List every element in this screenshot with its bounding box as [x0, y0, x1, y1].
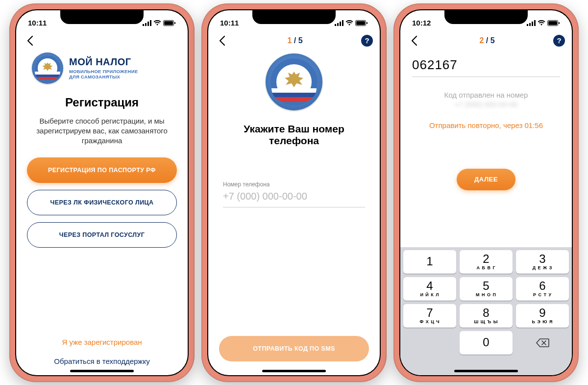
page-subtitle: Выберите способ регистрации, и мы зареги…: [16, 109, 188, 146]
wifi-icon: [345, 20, 353, 26]
svg-rect-1: [145, 23, 147, 26]
svg-rect-12: [356, 21, 365, 25]
register-lk-button[interactable]: ЧЕРЕЗ ЛК ФИЗИЧЕСКОГО ЛИЦА: [27, 190, 177, 215]
register-gosuslugi-button[interactable]: ЧЕРЕЗ ПОРТАЛ ГОСУСЛУГ: [27, 222, 177, 248]
back-button[interactable]: [23, 34, 37, 48]
code-sent-caption: Код отправлен на номер: [400, 91, 572, 99]
svg-rect-13: [367, 22, 368, 24]
step-indicator: 1 / 5: [287, 36, 302, 45]
page-title: Укажите Ваш номер телефона: [208, 123, 380, 147]
step-total: 5: [298, 36, 303, 45]
step-current: 2: [479, 36, 484, 45]
svg-rect-15: [529, 23, 531, 26]
keypad-2[interactable]: 2А Б В Г: [460, 250, 513, 274]
svg-rect-6: [174, 22, 175, 24]
notch: [252, 10, 336, 24]
svg-rect-14: [527, 24, 528, 26]
home-indicator[interactable]: [70, 370, 134, 372]
signal-icon: [335, 20, 343, 26]
phone-label: Номер телефона: [223, 181, 365, 188]
already-registered-link[interactable]: Я уже зарегистрирован: [62, 338, 142, 346]
resend-countdown: Отправить повторно, через 01:56: [400, 121, 572, 129]
keypad-6[interactable]: 6Р С Т У: [516, 277, 569, 301]
keypad-1[interactable]: 1: [403, 250, 456, 274]
keypad-0[interactable]: 0: [460, 331, 513, 355]
battery-icon: [355, 20, 368, 26]
keypad-blank: [403, 331, 456, 355]
help-button[interactable]: ?: [361, 35, 373, 47]
notch: [60, 10, 144, 24]
backspace-icon: [536, 338, 549, 348]
svg-rect-5: [164, 21, 173, 25]
battery-icon: [163, 20, 176, 26]
svg-rect-17: [534, 20, 536, 26]
phone-2: 10:11 1 / 5 ? Укаж: [201, 3, 387, 382]
svg-rect-20: [559, 22, 560, 24]
keypad-9[interactable]: 9Ь Э Ю Я: [516, 304, 569, 328]
svg-rect-7: [335, 24, 336, 26]
wifi-icon: [538, 20, 545, 26]
home-indicator[interactable]: [262, 370, 326, 372]
next-button[interactable]: ДАЛЕЕ: [457, 169, 515, 190]
page-title: Регистрация: [16, 96, 188, 109]
step-indicator: 2 / 5: [479, 36, 494, 45]
keypad-8[interactable]: 8Ш Щ Ъ Ы: [460, 304, 513, 328]
fns-emblem-icon: [266, 53, 322, 110]
app-title: МОЙ НАЛОГ: [69, 56, 138, 68]
keypad-3[interactable]: 3Д Е Ж З: [516, 250, 569, 274]
phone-input[interactable]: [223, 188, 365, 207]
wifi-icon: [153, 20, 161, 26]
support-link[interactable]: Обратиться в техподдержку: [54, 357, 149, 365]
back-button[interactable]: [407, 34, 421, 48]
numeric-keypad: 1 2А Б В Г 3Д Е Ж З 4И Й К Л 5М Н О П 6Р…: [400, 247, 572, 375]
brand-block: МОЙ НАЛОГ МОБИЛЬНОЕ ПРИЛОЖЕНИЕДЛЯ САМОЗА…: [16, 51, 188, 84]
status-time: 10:12: [412, 19, 431, 27]
sms-code-input[interactable]: [412, 56, 560, 77]
phone-3: 10:12 2 / 5 ? Код отправлен на номер +7 …: [393, 3, 579, 382]
svg-rect-8: [337, 23, 339, 26]
notch: [444, 10, 528, 24]
svg-rect-10: [342, 20, 343, 26]
signal-icon: [527, 20, 536, 26]
keypad-backspace[interactable]: [516, 331, 569, 355]
keypad-4[interactable]: 4И Й К Л: [403, 277, 456, 301]
register-passport-button[interactable]: РЕГИСТРАЦИЯ ПО ПАСПОРТУ РФ: [27, 157, 177, 183]
home-indicator[interactable]: [454, 370, 518, 372]
back-button[interactable]: [215, 34, 229, 48]
svg-rect-3: [150, 20, 151, 26]
svg-rect-16: [532, 22, 533, 26]
svg-rect-19: [548, 21, 557, 25]
chevron-left-icon: [411, 35, 417, 46]
status-time: 10:11: [28, 19, 47, 27]
chevron-left-icon: [26, 35, 33, 46]
keypad-5[interactable]: 5М Н О П: [460, 277, 513, 301]
phone-1: 10:11 МОЙ НАЛОГ МОБИЛЬНОЕ ПРИЛ: [9, 3, 195, 382]
send-sms-button[interactable]: ОТПРАВИТЬ КОД ПО SMS: [219, 336, 369, 361]
step-current: 1: [287, 36, 292, 45]
code-sent-phone: +7 (900) 000-00-00: [400, 100, 572, 108]
app-subtitle: МОБИЛЬНОЕ ПРИЛОЖЕНИЕДЛЯ САМОЗАНЯТЫХ: [69, 69, 138, 80]
svg-rect-9: [340, 22, 341, 26]
step-total: 5: [490, 36, 495, 45]
chevron-left-icon: [219, 35, 225, 46]
status-time: 10:11: [220, 19, 239, 27]
battery-icon: [547, 20, 560, 26]
fns-emblem-icon: [32, 52, 63, 84]
signal-icon: [143, 20, 151, 26]
svg-rect-0: [143, 24, 144, 26]
help-button[interactable]: ?: [553, 35, 565, 47]
svg-rect-2: [147, 22, 149, 26]
keypad-7[interactable]: 7Ф Х Ц Ч: [403, 304, 456, 328]
